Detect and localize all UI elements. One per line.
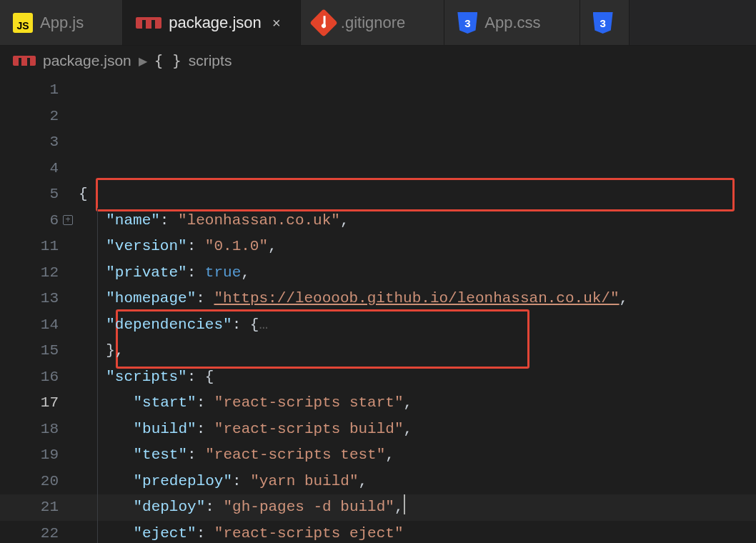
line-number: 2 <box>0 104 59 130</box>
code-line[interactable]: "private": true, <box>79 260 756 287</box>
line-number: 1 <box>0 77 59 104</box>
line-number: 22 <box>0 521 59 544</box>
breadcrumb[interactable]: package.json ▶ { } scripts <box>0 46 756 76</box>
line-number: 5 <box>0 181 59 208</box>
text-cursor <box>404 494 405 514</box>
tab-label: App.js <box>40 14 84 32</box>
tab-label: .gitignore <box>341 14 406 32</box>
code-line[interactable]: "deploy": "gh-pages -d build", <box>79 494 756 521</box>
tab-label: App.css <box>484 14 540 32</box>
tab-package-json[interactable]: package.json × <box>123 0 301 46</box>
code-line[interactable]: "predeploy": "yarn build", <box>79 469 756 495</box>
line-number: 16 <box>0 364 59 391</box>
git-icon <box>309 9 338 37</box>
line-number: 15 <box>0 338 59 364</box>
close-icon[interactable]: × <box>269 15 284 31</box>
code-area[interactable]: { "name": "leonhassan.co.uk", "version":… <box>79 76 756 543</box>
code-line[interactable]: "name": "leonhassan.co.uk", <box>79 208 756 234</box>
tab-overflow[interactable]: 3 <box>580 0 630 46</box>
code-line[interactable]: "homepage": "https://leoooob.github.io/l… <box>79 286 756 312</box>
code-line[interactable]: "build": "react-scripts build", <box>79 417 756 443</box>
js-icon: JS <box>13 13 33 33</box>
breadcrumb-file: package.json <box>43 52 131 69</box>
line-number: 18 <box>0 417 59 443</box>
code-line[interactable]: "dependencies": {… <box>79 312 756 339</box>
breadcrumb-separator-icon: ▶ <box>139 54 147 68</box>
tab-gitignore[interactable]: .gitignore <box>301 0 445 46</box>
breadcrumb-section: scripts <box>189 52 232 69</box>
line-number: 4 <box>0 156 59 182</box>
tab-label: package.json <box>169 14 262 32</box>
line-number: 13 <box>0 286 59 312</box>
line-number: 3 <box>0 129 59 156</box>
code-line[interactable]: "test": "react-scripts test", <box>79 442 756 469</box>
code-line[interactable]: }, <box>79 338 756 364</box>
line-number: 14 <box>0 312 59 339</box>
line-number: 12 <box>0 260 59 287</box>
css-icon: 3 <box>457 12 477 34</box>
code-line[interactable]: "version": "0.1.0", <box>79 234 756 260</box>
tab-app-js[interactable]: JS App.js <box>0 0 123 46</box>
line-gutter: 123456+111213141516171819202122 <box>0 76 79 543</box>
code-line[interactable]: "scripts": { <box>79 364 756 391</box>
code-line[interactable]: "start": "react-scripts start", <box>79 390 756 417</box>
braces-icon: { } <box>154 52 181 69</box>
npm-icon <box>136 17 161 29</box>
code-line[interactable]: "eject": "react-scripts eject" <box>79 521 756 544</box>
tab-bar: JS App.js package.json × .gitignore 3 Ap… <box>0 0 756 46</box>
line-number: 17 <box>0 390 59 417</box>
line-number: 20 <box>0 469 59 495</box>
tab-app-css[interactable]: 3 App.css <box>444 0 580 46</box>
css-icon: 3 <box>593 12 613 34</box>
npm-icon <box>13 56 36 66</box>
fold-icon[interactable]: + <box>63 215 73 225</box>
code-line[interactable]: { <box>79 181 756 208</box>
line-number: 11 <box>0 234 59 260</box>
line-number: 6+ <box>0 208 59 234</box>
editor: 123456+111213141516171819202122 { "name"… <box>0 76 756 543</box>
line-number: 19 <box>0 442 59 469</box>
